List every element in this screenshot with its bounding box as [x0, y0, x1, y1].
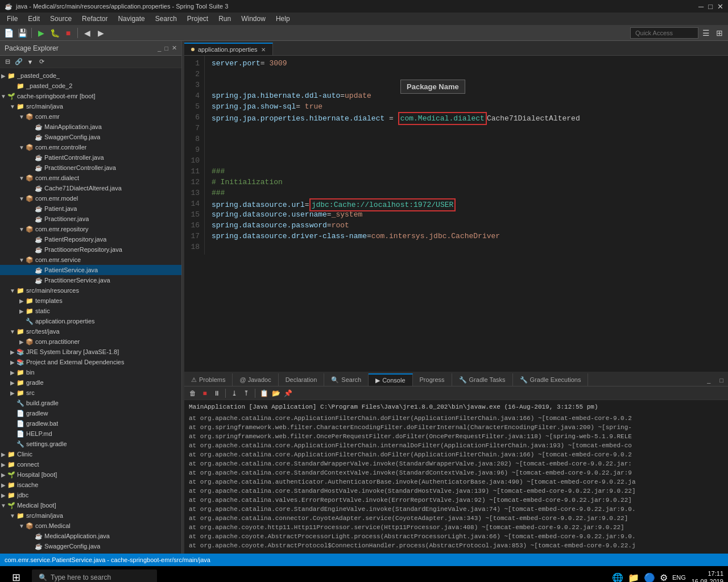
tab-console[interactable]: ▶ Console — [369, 373, 412, 386]
tree-toggle[interactable]: ▼ — [18, 257, 25, 263]
tree-item[interactable]: ▼📦com.Medical — [0, 521, 181, 531]
forward-button[interactable]: ▶ — [94, 27, 107, 39]
tree-item[interactable]: ▶📁iscache — [0, 480, 181, 490]
tree-item[interactable]: ▶📁static — [0, 306, 181, 316]
tree-toggle[interactable]: ▶ — [0, 482, 7, 488]
tree-item[interactable]: ▶📁Clinic — [0, 449, 181, 459]
tree-toggle[interactable]: ▶ — [9, 369, 16, 376]
tree-item[interactable]: ☕PatientService.java — [0, 265, 181, 275]
debug-button[interactable]: 🐛 — [48, 27, 61, 39]
tree-item[interactable]: ☕PatientController.java — [0, 152, 181, 163]
console-open-btn[interactable]: 📂 — [271, 388, 281, 398]
tree-item[interactable]: ☕SwaggerConfig.java — [0, 541, 181, 551]
sync-btn[interactable]: ⟳ — [36, 57, 47, 67]
tree-toggle[interactable]: ▶ — [9, 359, 16, 365]
tree-item[interactable]: ▼📁src/main/resources — [0, 285, 181, 296]
run-button[interactable]: ▶ — [35, 27, 47, 39]
tab-search[interactable]: 🔍 Search — [324, 373, 369, 386]
code-lines[interactable]: server.port= 3009 spring.jpa.hibernate.d… — [205, 56, 728, 255]
console-scroll-end-btn[interactable]: ⤓ — [229, 388, 239, 398]
menu-refactor[interactable]: Refactor — [77, 14, 112, 24]
tree-toggle[interactable]: ▼ — [18, 144, 25, 151]
tree-toggle[interactable]: ▶ — [9, 390, 16, 396]
view-menu-btn[interactable]: ▼ — [25, 57, 35, 67]
tree-item[interactable]: ▼📦com.emr.service — [0, 255, 181, 265]
tree-item[interactable]: ☕PractitionerController.java — [0, 163, 181, 173]
panel-close-btn[interactable]: ✕ — [172, 44, 177, 52]
tree-toggle[interactable]: ▶ — [18, 339, 25, 345]
stop-button[interactable]: ■ — [62, 27, 75, 39]
tree-toggle[interactable]: ▶ — [18, 308, 25, 314]
tree-item[interactable]: ▶📁_pasted_code_ — [0, 70, 181, 81]
tree-item[interactable]: 📄HELP.md — [0, 429, 181, 439]
taskbar-icon-3[interactable]: 🔵 — [644, 572, 655, 583]
panel-minimize-btn[interactable]: _ — [158, 45, 161, 52]
tree-item[interactable]: ▶📁jdbc — [0, 490, 181, 500]
tree-toggle[interactable]: ▶ — [0, 492, 7, 498]
panel-maximize-btn[interactable]: □ — [164, 45, 168, 52]
collapse-all-btn[interactable]: ⊟ — [2, 57, 13, 67]
editor-tab-application-properties[interactable]: application.properties ✕ — [184, 43, 273, 55]
tree-item[interactable]: ▶📁templates — [0, 296, 181, 306]
tree-item[interactable]: ▼📁src/main/java — [0, 101, 181, 111]
tab-close-btn[interactable]: ✕ — [261, 47, 266, 53]
window-controls[interactable]: ─ □ ✕ — [698, 2, 723, 11]
tree-toggle[interactable]: ▶ — [0, 73, 7, 79]
tree-item[interactable]: 🔧settings.gradle — [0, 439, 181, 449]
tree-item[interactable]: ▼📦com.emr.controller — [0, 142, 181, 152]
tree-item[interactable]: ▶📁src — [0, 388, 181, 398]
tree-item[interactable]: ☕SwaggerConfig.java — [0, 132, 181, 142]
quick-access-input[interactable] — [630, 27, 698, 39]
tree-item[interactable]: ▶📦com.practitioner — [0, 336, 181, 347]
tree-item[interactable]: ▼📦com.emr.repository — [0, 224, 181, 234]
tree-item[interactable]: ☕MedicalApplication.java — [0, 531, 181, 541]
tree-item[interactable]: ▼🌱Medical [boot] — [0, 500, 181, 510]
tree-item[interactable]: ☕PractitionerService.java — [0, 275, 181, 285]
menu-window[interactable]: Window — [237, 14, 270, 24]
tree-toggle[interactable]: ▼ — [9, 329, 16, 335]
tree-item[interactable]: ▼📁src/test/java — [0, 326, 181, 336]
editor-content[interactable]: Package Name 123456789101112131415161718… — [184, 56, 728, 372]
tree-toggle[interactable]: ▼ — [0, 502, 7, 509]
tree-toggle[interactable]: ▼ — [18, 226, 25, 232]
perspective-btn-2[interactable]: ⊞ — [713, 27, 726, 39]
taskbar-icon-2[interactable]: 📁 — [628, 572, 639, 583]
tree-item[interactable]: ☕PractitioonerRepository.java — [0, 244, 181, 255]
menu-source[interactable]: Source — [46, 14, 76, 24]
console-content[interactable]: MainApplication [Java Application] C:\Pr… — [184, 400, 728, 554]
tree-item[interactable]: ▶📁gradle — [0, 377, 181, 388]
console-pause-btn[interactable]: ⏸ — [212, 388, 222, 398]
close-button[interactable]: ✕ — [717, 2, 723, 11]
menu-help[interactable]: Help — [271, 14, 295, 24]
tree-toggle[interactable]: ▶ — [9, 349, 16, 355]
console-copy-btn[interactable]: 📋 — [259, 388, 269, 398]
tree-toggle[interactable]: ▼ — [9, 103, 16, 110]
tree-toggle[interactable]: ▶ — [18, 298, 25, 304]
console-pin-btn[interactable]: 📌 — [283, 388, 293, 398]
bottom-minimize-btn[interactable]: _ — [702, 375, 715, 386]
tree-item[interactable]: ▼🌱cache-springboot-emr [boot] — [0, 91, 181, 101]
link-editor-btn[interactable]: 🔗 — [14, 57, 24, 67]
tree-toggle[interactable]: ▼ — [18, 175, 25, 181]
tree-item[interactable]: ▼📦com.emr.model — [0, 193, 181, 203]
taskbar-search-box[interactable]: 🔍 Type here to search — [32, 569, 157, 582]
new-button[interactable]: 📄 — [2, 27, 15, 39]
tree-item[interactable]: ▼📦com.emr.dialect — [0, 173, 181, 183]
tab-progress[interactable]: Progress — [413, 373, 452, 386]
tree-item[interactable]: ☕MainApplication.java — [0, 122, 181, 132]
tree-item[interactable]: ▶📚JRE System Library [JavaSE-1.8] — [0, 347, 181, 357]
maximize-button[interactable]: □ — [708, 2, 713, 11]
tree-item[interactable]: ▶📚Project and External Dependencies — [0, 357, 181, 367]
tree-item[interactable]: ☕Patient.java — [0, 203, 181, 214]
tree-item[interactable]: ▶🌱Hospital [boot] — [0, 469, 181, 480]
tree-toggle[interactable]: ▶ — [0, 451, 7, 458]
menu-edit[interactable]: Edit — [23, 14, 44, 24]
tree-toggle[interactable]: ▶ — [0, 462, 7, 468]
perspective-btn-1[interactable]: ☰ — [700, 27, 712, 39]
tree-item[interactable]: 🔧application.properties — [0, 316, 181, 326]
menu-project[interactable]: Project — [183, 14, 213, 24]
tab-gradle-executions[interactable]: 🔧 Gradle Executions — [513, 373, 589, 386]
tree-toggle[interactable]: ▼ — [18, 523, 25, 529]
tree-toggle[interactable]: ▶ — [9, 380, 16, 386]
console-clear-btn[interactable]: 🗑 — [188, 388, 198, 398]
